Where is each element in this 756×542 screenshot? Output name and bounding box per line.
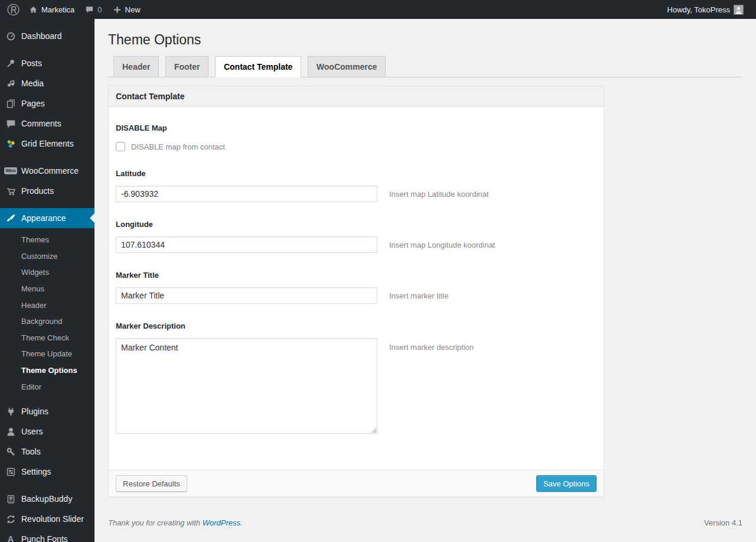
submenu-item-themes[interactable]: Themes — [0, 232, 94, 248]
submenu-item-customize[interactable]: Customize — [0, 248, 94, 265]
submenu-item-menus[interactable]: Menus — [0, 281, 94, 297]
contact-template-panel: Contact Template DISABLE Map DISABLE map… — [108, 86, 604, 497]
save-options-button[interactable]: Save Options — [536, 475, 597, 492]
site-name: Marketica — [41, 5, 74, 14]
comments-icon — [5, 119, 17, 129]
media-icon — [5, 79, 17, 89]
longitude-hint: Insert map Longitude koordinat — [389, 241, 495, 249]
submenu-item-theme-check[interactable]: Theme Check — [0, 330, 94, 346]
latitude-label: Latitude — [116, 169, 597, 178]
site-menu[interactable]: Marketica — [24, 0, 80, 19]
sidebar-item-products[interactable]: Products — [0, 181, 94, 201]
submenu-item-theme-update[interactable]: Theme Update — [0, 346, 94, 362]
nav-tabs: Header Footer Contact Template WooCommer… — [108, 56, 742, 77]
wrench-icon — [5, 447, 17, 457]
latitude-input[interactable] — [116, 186, 377, 202]
appearance-submenu: Themes Customize Widgets Menus Header Ba… — [0, 228, 94, 400]
howdy-menu[interactable]: Howdy, TokoPress — [662, 0, 749, 19]
tab-footer[interactable]: Footer — [165, 56, 209, 77]
admin-sidebar: Dashboard Posts Media Pages Comments — [0, 19, 94, 542]
sidebar-item-settings[interactable]: Settings — [0, 462, 94, 482]
wordpress-link[interactable]: WordPress — [203, 518, 240, 527]
woocommerce-icon: Woo — [5, 167, 17, 174]
sidebar-item-dashboard[interactable]: Dashboard — [0, 26, 94, 46]
admin-bar: Ⓡ Marketica 0 New Howdy, TokoPress — [0, 0, 756, 19]
comment-bubble-icon — [85, 5, 94, 14]
tab-contact-template[interactable]: Contact Template — [215, 56, 301, 77]
submenu-item-background[interactable]: Background — [0, 313, 94, 330]
new-label: New — [125, 5, 141, 14]
sidebar-item-tools[interactable]: Tools — [0, 442, 94, 462]
sidebar-item-appearance[interactable]: Appearance — [0, 208, 94, 228]
tab-woocommerce[interactable]: WooCommerce — [308, 56, 386, 77]
submenu-item-theme-options[interactable]: Theme Options — [0, 362, 94, 379]
longitude-label: Longitude — [116, 220, 597, 229]
longitude-input[interactable] — [116, 236, 377, 253]
home-icon — [29, 5, 38, 14]
panel-title: Contact Template — [109, 86, 604, 107]
footer-thanks: Thank you for creating with WordPress. — [108, 518, 243, 527]
sidebar-item-comments[interactable]: Comments — [0, 113, 94, 134]
submenu-item-header[interactable]: Header — [0, 297, 94, 314]
sidebar-item-grid-elements[interactable]: Grid Elements — [0, 134, 94, 154]
marker-title-label: Marker Title — [116, 271, 597, 280]
panel-body: DISABLE Map DISABLE map from contact Lat… — [109, 107, 604, 470]
footer-version: Version 4.1 — [704, 518, 742, 527]
marker-description-hint: Insert marker description — [389, 343, 474, 352]
submenu-item-editor[interactable]: Editor — [0, 379, 94, 395]
disable-map-checkbox-label: DISABLE map from contact — [131, 142, 225, 151]
comments-count: 0 — [97, 5, 102, 14]
restore-defaults-button[interactable]: Restore Defaults — [116, 475, 187, 492]
disable-map-label: DISABLE Map — [116, 124, 597, 132]
backup-disk-icon — [5, 494, 17, 504]
new-content-menu[interactable]: New — [107, 0, 146, 19]
sidebar-item-revolution-slider[interactable]: Revolution Slider — [0, 509, 94, 529]
disable-map-checkbox[interactable] — [116, 142, 125, 151]
user-icon — [5, 427, 17, 437]
letter-a-icon: A — [5, 534, 17, 542]
page-footer: Thank you for creating with WordPress. V… — [108, 507, 742, 542]
cart-icon — [5, 186, 17, 196]
tab-header[interactable]: Header — [113, 56, 159, 77]
plug-icon — [5, 407, 17, 417]
sliders-icon — [5, 467, 17, 477]
sidebar-item-media[interactable]: Media — [0, 73, 94, 93]
marker-description-label: Marker Description — [116, 322, 597, 330]
paintbrush-icon — [5, 213, 17, 223]
sidebar-item-users[interactable]: Users — [0, 421, 94, 442]
howdy-text: Howdy, TokoPress — [667, 5, 730, 14]
sidebar-item-punch-fonts[interactable]: A Punch Fonts — [0, 529, 94, 542]
latitude-hint: Insert map Latitude koordinat — [389, 190, 488, 199]
wordpress-logo-icon: Ⓡ — [7, 4, 19, 16]
sidebar-item-woocommerce[interactable]: Woo WooCommerce — [0, 161, 94, 181]
wordpress-logo-menu[interactable]: Ⓡ — [0, 0, 24, 19]
sidebar-item-backupbuddy[interactable]: BackupBuddy — [0, 489, 94, 509]
sidebar-item-plugins[interactable]: Plugins — [0, 401, 94, 421]
sidebar-item-posts[interactable]: Posts — [0, 53, 94, 73]
comments-menu[interactable]: 0 — [80, 0, 107, 19]
main-content: Theme Options Header Footer Contact Temp… — [94, 0, 756, 542]
grid-elements-icon — [5, 139, 17, 149]
plus-icon — [113, 5, 122, 14]
dashboard-icon — [5, 31, 17, 41]
pushpin-icon — [5, 59, 17, 69]
pages-icon — [5, 99, 17, 109]
marker-title-hint: Insert marker title — [389, 291, 448, 300]
marker-title-input[interactable] — [116, 287, 377, 304]
avatar — [734, 5, 744, 15]
cycle-arrows-icon — [5, 514, 17, 524]
panel-footer: Restore Defaults Save Options — [109, 470, 604, 496]
sidebar-item-pages[interactable]: Pages — [0, 93, 94, 113]
marker-description-textarea[interactable]: Marker Content — [116, 338, 377, 434]
page-title: Theme Options — [108, 31, 742, 48]
submenu-item-widgets[interactable]: Widgets — [0, 264, 94, 281]
